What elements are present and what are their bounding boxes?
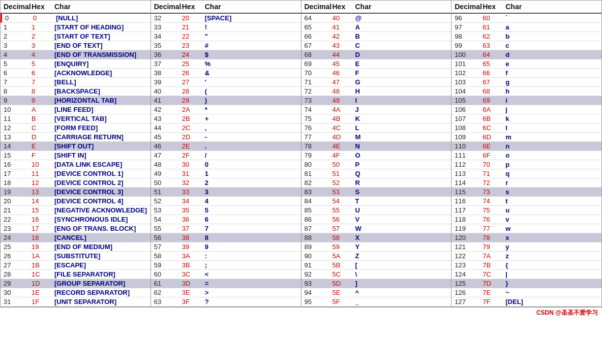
char-cell: c [502,41,601,50]
char-cell: [UNIT SEPARATOR] [51,297,150,306]
decimal-cell: 57 [151,242,179,251]
char-cell: a [502,23,601,32]
table-row: 3220[SPACE] [151,14,301,23]
table-row: 55[ENQUIRY] [1,59,150,69]
hex-cell: 51 [329,169,352,178]
char-cell: F [352,69,452,77]
table-row: 1812[DEVICE CONTROL 2] [1,178,150,188]
table-row: 6945E [302,59,452,69]
decimal-cell: 9 [1,96,28,105]
decimal-cell: 22 [1,215,28,224]
char-cell: N [352,142,452,150]
hex-cell: 59 [329,242,352,251]
table-row: 2519[END OF MEDIUM] [1,242,150,252]
table-row: 55377 [151,224,301,233]
hex-cell: 1D [28,279,51,288]
decimal-cell: 61 [151,279,179,288]
char-cell: [END OF TRANSMISSION] [51,50,150,59]
hex-cell: 29 [179,96,202,105]
table-row: 7046F [302,69,452,78]
ascii-section-0: DecimalHexChar00[NULL]11[START OF HEADIN… [1,1,151,307]
hex-cell: 31 [179,169,202,178]
decimal-cell: 37 [151,59,179,68]
table-row: 945E^ [302,288,452,297]
column-header-2: Char [202,2,301,12]
decimal-cell: 47 [151,151,179,160]
decimal-cell: 72 [302,87,329,96]
decimal-cell: 36 [151,50,179,59]
hex-cell: 4 [28,50,51,59]
table-row: 744AJ [302,105,452,114]
char-cell: [CANCEL] [51,233,150,242]
table-row: 1227Az [452,252,601,261]
char-cell: . [202,142,301,150]
char-cell: [DEVICE CONTROL 2] [51,178,150,187]
char-cell: [BACKSPACE] [51,87,150,96]
decimal-cell: 89 [302,242,329,251]
decimal-cell: 87 [302,224,329,233]
hex-cell: 63 [479,41,502,50]
hex-cell: 24 [179,50,202,59]
hex-cell: 20 [179,14,202,22]
char-cell: " [202,32,301,41]
char-cell: o [502,151,601,160]
table-row: 291D[GROUP SEPARATOR] [1,279,150,288]
char-cell: V [352,215,452,224]
table-row: 6642B [302,32,452,41]
table-row: 905AZ [302,252,452,261]
hex-cell: 13 [28,188,51,196]
char-cell: E [352,59,452,68]
hex-cell: 26 [179,69,202,77]
char-cell: [SHIFT OUT] [51,142,150,150]
hex-cell: 4E [329,142,352,150]
decimal-cell: 8 [1,87,28,96]
hex-cell: 7D [479,279,502,288]
hex-cell: 6B [479,114,502,123]
char-cell: [END OF TEXT] [51,41,150,50]
hex-cell: 7B [479,261,502,269]
decimal-cell: 68 [302,50,329,59]
decimal-cell: 29 [1,279,28,288]
footer-bar: CSDN @圣圣不爱学习 [0,307,602,318]
table-row: 1610[DATA LINK ESCAPE] [1,160,150,169]
table-row: 2317[ENG OF TRANS. BLOCK] [1,224,150,233]
table-row: 1066Aj [452,105,601,114]
char-cell: j [502,105,601,114]
table-row: 9660` [452,14,601,23]
hex-cell: 7C [479,270,502,279]
decimal-cell: 114 [452,178,479,187]
hex-cell: 23 [179,41,202,50]
decimal-cell: 109 [452,133,479,141]
decimal-cell: 81 [302,169,329,178]
char-cell: f [502,69,601,77]
decimal-cell: 20 [1,197,28,205]
table-row: 10367g [452,78,601,87]
table-row: 935D] [302,279,452,288]
decimal-cell: 101 [452,59,479,68]
table-row: 10468h [452,87,601,96]
hex-cell: 10 [28,160,51,169]
hex-cell: 54 [329,197,352,205]
ascii-table-container: DecimalHexChar00[NULL]11[START OF HEADIN… [0,0,602,307]
decimal-cell: 39 [151,78,179,86]
hex-cell: F [28,151,51,160]
table-row: 1277F[DEL] [452,297,601,307]
table-row: 1086Cl [452,124,601,133]
hex-cell: 67 [479,78,502,86]
table-row: 1267E~ [452,288,601,297]
table-row: 422A* [151,105,301,114]
table-row: 11775u [452,206,601,215]
char-cell: [DEVICE CONTROL 1] [51,169,150,178]
hex-cell: 57 [329,224,352,233]
column-header-1: Hex [179,2,202,12]
char-cell: i [502,96,601,105]
char-cell: g [502,78,601,86]
char-cell: k [502,114,601,123]
decimal-cell: 71 [302,78,329,86]
char-cell: [VERTICAL TAB] [51,114,150,123]
table-row: 11573s [452,188,601,197]
hex-cell: 7A [479,252,502,260]
char-cell: [NEGATIVE ACKNOWLEDGE] [51,206,150,215]
decimal-cell: 50 [151,178,179,187]
table-row: 2115[NEGATIVE ACKNOWLEDGE] [1,206,150,215]
